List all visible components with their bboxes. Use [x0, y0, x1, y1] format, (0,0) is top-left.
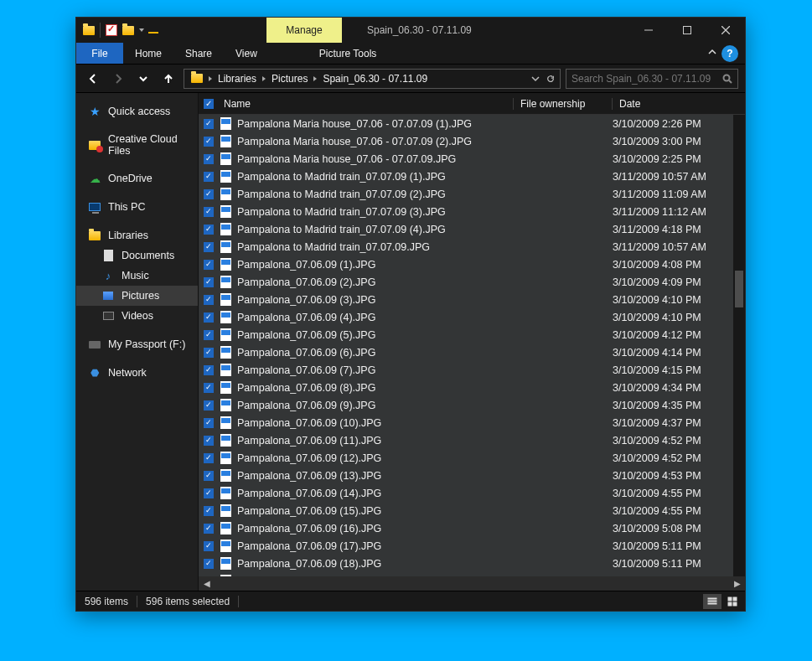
contextual-tab-manage[interactable]: Manage: [266, 18, 342, 43]
row-checkbox[interactable]: ✓: [204, 312, 214, 323]
sidebar-item-videos[interactable]: Videos: [76, 306, 198, 326]
column-header-ownership[interactable]: File ownership: [514, 98, 613, 110]
file-row[interactable]: ✓Pampalona_07.06.09 (1).JPG3/10/2009 4:0…: [199, 256, 745, 273]
file-row[interactable]: ✓Pampalona_07.06.09 (9).JPG3/10/2009 4:3…: [199, 396, 745, 414]
close-button[interactable]: [706, 18, 745, 43]
row-checkbox[interactable]: ✓: [204, 172, 214, 182]
details-view-button[interactable]: [703, 594, 721, 609]
up-button[interactable]: [158, 69, 178, 89]
file-row[interactable]: ✓Pampalona_07.06.09 (7).JPG3/10/2009 4:1…: [199, 361, 745, 379]
row-checkbox[interactable]: ✓: [204, 348, 214, 358]
row-checkbox[interactable]: ✓: [204, 119, 214, 129]
back-button[interactable]: [83, 69, 103, 89]
sidebar-item-documents[interactable]: Documents: [76, 245, 198, 266]
file-row[interactable]: ✓Pampalona_07.06.09 (4).JPG3/10/2009 4:1…: [199, 308, 745, 326]
row-checkbox[interactable]: ✓: [204, 453, 214, 463]
scroll-right-icon[interactable]: ▶: [731, 577, 743, 590]
row-checkbox[interactable]: ✓: [204, 559, 214, 569]
file-row[interactable]: ✓Pampalona_07.06.09 (2).JPG3/10/2009 4:0…: [199, 273, 745, 291]
row-checkbox[interactable]: ✓: [204, 418, 214, 428]
sidebar-item-libraries[interactable]: Libraries: [76, 225, 198, 245]
file-row[interactable]: ✓Pampalona Maria house_07.06 - 07.07.09.…: [199, 150, 745, 168]
breadcrumb-libraries[interactable]: Libraries: [215, 73, 260, 85]
horizontal-scrollbar[interactable]: ◀ ▶: [199, 576, 745, 591]
file-row[interactable]: ✓Pampalona_07.06.09 (12).JPG3/10/2009 4:…: [199, 449, 745, 467]
row-checkbox[interactable]: ✓: [204, 189, 214, 199]
navigation-pane[interactable]: ★Quick access Creative Cloud Files ☁OneD…: [76, 93, 199, 591]
column-header-date[interactable]: Date: [613, 98, 733, 110]
row-checkbox[interactable]: ✓: [204, 488, 214, 498]
chevron-right-icon[interactable]: [262, 76, 266, 81]
row-checkbox[interactable]: ✓: [204, 576, 214, 577]
file-list[interactable]: ✓Pampalona Maria house_07.06 - 07.07.09 …: [199, 115, 745, 576]
help-button[interactable]: ?: [721, 45, 738, 62]
row-checkbox[interactable]: ✓: [204, 137, 214, 147]
file-row[interactable]: ✓Pampalona_07.06.09 (17).JPG3/10/2009 5:…: [199, 537, 745, 555]
file-row[interactable]: ✓Pampalona_07.06.09 (8).JPG3/10/2009 4:3…: [199, 379, 745, 396]
file-row[interactable]: ✓Pampalona_07.06.09 (6).JPG3/10/2009 4:1…: [199, 343, 745, 361]
file-row[interactable]: ✓Pampalona_07.06.09 (11).JPG3/10/2009 4:…: [199, 431, 745, 449]
file-row[interactable]: ✓Pampalona_07.06.09 (3).JPG3/10/2009 4:1…: [199, 291, 745, 308]
row-checkbox[interactable]: ✓: [204, 541, 214, 551]
row-checkbox[interactable]: ✓: [204, 400, 214, 411]
recent-locations-button[interactable]: [133, 69, 153, 89]
maximize-button[interactable]: [668, 18, 706, 43]
sidebar-item-pictures[interactable]: Pictures: [76, 286, 198, 306]
forward-button[interactable]: [108, 69, 128, 89]
sidebar-item-my-passport[interactable]: My Passport (F:): [76, 334, 198, 354]
sidebar-item-music[interactable]: ♪Music: [76, 266, 198, 286]
row-checkbox[interactable]: ✓: [204, 242, 214, 252]
row-checkbox[interactable]: ✓: [204, 471, 214, 481]
column-header-name[interactable]: Name: [219, 98, 514, 110]
chevron-right-icon[interactable]: [313, 76, 317, 81]
tab-picture-tools[interactable]: Picture Tools: [308, 43, 388, 64]
search-box[interactable]: [566, 69, 738, 89]
sidebar-item-network[interactable]: ⬣Network: [76, 363, 198, 383]
file-row[interactable]: ✓Pampalona_07.06.09 (15).JPG3/10/2009 4:…: [199, 502, 745, 519]
new-folder-icon[interactable]: [121, 23, 136, 38]
file-row[interactable]: ✓Pampalona to Madrid train_07.07.09.JPG3…: [199, 238, 745, 256]
row-checkbox[interactable]: ✓: [204, 260, 214, 270]
row-checkbox[interactable]: ✓: [204, 524, 214, 534]
refresh-icon[interactable]: [546, 75, 555, 83]
thumbnails-view-button[interactable]: [723, 594, 742, 609]
sidebar-item-onedrive[interactable]: ☁OneDrive: [76, 168, 198, 188]
tab-file[interactable]: File: [76, 43, 123, 64]
sidebar-item-creative-cloud[interactable]: Creative Cloud Files: [76, 130, 198, 160]
row-checkbox[interactable]: ✓: [204, 365, 214, 375]
file-row[interactable]: ✓Pampalona_07.06.09 (10).JPG3/10/2009 4:…: [199, 414, 745, 431]
search-input[interactable]: [572, 73, 722, 85]
address-bar[interactable]: Libraries Pictures Spain_06.30 - 07.11.0…: [184, 69, 561, 89]
row-checkbox[interactable]: ✓: [204, 330, 214, 340]
file-row[interactable]: ✓Pampalona to Madrid train_07.07.09 (2).…: [199, 185, 745, 203]
tab-view[interactable]: View: [224, 43, 269, 64]
ribbon-collapse-icon[interactable]: [708, 48, 716, 64]
chevron-right-icon[interactable]: [209, 76, 212, 81]
folder-icon[interactable]: [81, 23, 96, 38]
file-row[interactable]: ✓Pampalona to Madrid train_07.07.09 (3).…: [199, 203, 745, 220]
properties-icon[interactable]: [104, 23, 119, 38]
file-row[interactable]: ✓Pampalona_07.06.09 (13).JPG3/10/2009 4:…: [199, 467, 745, 484]
row-checkbox[interactable]: ✓: [204, 277, 214, 287]
column-header-checkbox[interactable]: ✓: [199, 99, 219, 109]
row-checkbox[interactable]: ✓: [204, 383, 214, 393]
minimize-button[interactable]: [629, 18, 668, 43]
file-row[interactable]: ✓Pampalona_07.06.09 (16).JPG3/10/2009 5:…: [199, 519, 745, 537]
address-dropdown-icon[interactable]: [531, 75, 540, 83]
row-checkbox[interactable]: ✓: [204, 436, 214, 446]
file-row[interactable]: ✓Pampalona_07.06.09 (5).JPG3/10/2009 4:1…: [199, 326, 745, 343]
scroll-left-icon[interactable]: ◀: [200, 577, 213, 590]
file-row[interactable]: ✓Pampalona_07.06.09 (14).JPG3/10/2009 4:…: [199, 484, 745, 502]
qat-overflow-icon[interactable]: [146, 23, 161, 38]
breadcrumb-current[interactable]: Spain_06.30 - 07.11.09: [319, 73, 431, 85]
scrollbar-thumb[interactable]: [735, 271, 743, 307]
file-row[interactable]: ✓Pampalona Maria house_07.06 - 07.07.09 …: [199, 132, 745, 150]
file-row[interactable]: ✓Pampalona Maria house_07.06 - 07.07.09 …: [199, 115, 745, 132]
row-checkbox[interactable]: ✓: [204, 295, 214, 305]
file-row[interactable]: ✓Pampalona_07.06.09 (18).JPG3/10/2009 5:…: [199, 555, 745, 572]
row-checkbox[interactable]: ✓: [204, 506, 214, 516]
qat-dropdown-icon[interactable]: [139, 28, 144, 32]
breadcrumb-root[interactable]: [188, 74, 206, 83]
tab-share[interactable]: Share: [173, 43, 224, 64]
sidebar-item-this-pc[interactable]: This PC: [76, 197, 198, 217]
